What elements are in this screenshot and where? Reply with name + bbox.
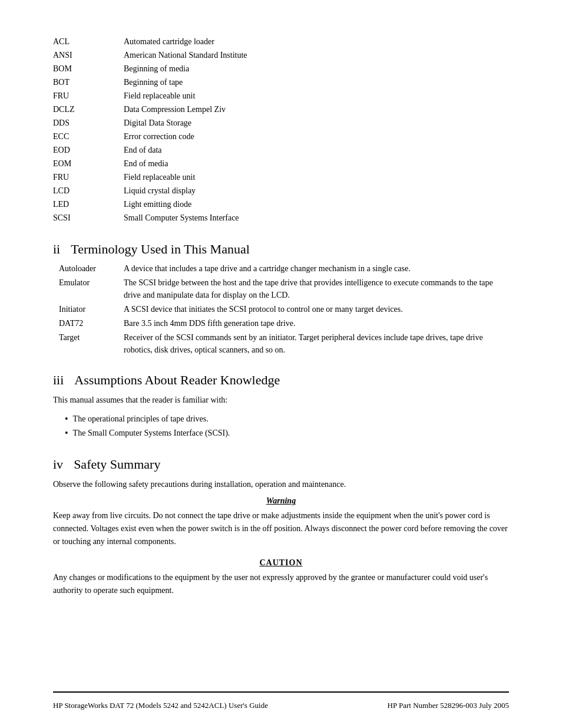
acronym-val: Error correction code: [124, 130, 194, 143]
acronym-key: LCD: [53, 185, 124, 197]
term-key: Initiator: [59, 304, 124, 315]
caution-block: CAUTION Any changes or modifications to …: [53, 558, 509, 597]
term-row: Initiator A SCSI device that initiates t…: [59, 304, 509, 315]
term-key: DAT72: [59, 318, 124, 330]
acronym-val: Small Computer Systems Interface: [124, 212, 239, 224]
section-iii-heading: iii Assumptions About Reader Knowledge: [53, 373, 509, 388]
term-val: A SCSI device that initiates the SCSI pr…: [124, 304, 403, 315]
acronym-val: Data Compression Lempel Ziv: [124, 103, 226, 116]
term-key: Target: [59, 332, 124, 356]
section-ii-num: ii: [53, 242, 60, 257]
acronym-key: DDS: [53, 117, 124, 129]
term-row: Emulator The SCSI bridge between the hos…: [59, 277, 509, 301]
warning-body: Keep away from live circuits. Do not con…: [53, 509, 509, 548]
bullet-dot: •: [65, 413, 68, 426]
section-iv-heading: iv Safety Summary: [53, 457, 509, 472]
term-val: The SCSI bridge between the host and the…: [124, 277, 501, 301]
acronym-val: Liquid crystal display: [124, 185, 196, 197]
acronym-row: FRU Field replaceable unit: [53, 90, 509, 102]
warning-block: Warning Keep away from live circuits. Do…: [53, 496, 509, 548]
acronym-key: EOM: [53, 157, 124, 170]
acronym-key: EOD: [53, 144, 124, 156]
bullet-list-iii: • The operational principles of tape dri…: [65, 413, 509, 440]
bullet-item: • The operational principles of tape dri…: [65, 413, 509, 426]
section-iv: iv Safety Summary Observe the following …: [53, 457, 509, 597]
term-row: Target Receiver of the SCSI commands sen…: [59, 332, 509, 356]
term-row: Autoloader A device that includes a tape…: [59, 263, 509, 275]
acronym-key: SCSI: [53, 212, 124, 224]
bullet-item: • The Small Computer Systems Interface (…: [65, 427, 509, 440]
term-val: A device that includes a tape drive and …: [124, 263, 411, 275]
acronym-val: Light emitting diode: [124, 198, 191, 210]
acronym-row: DCLZ Data Compression Lempel Ziv: [53, 103, 509, 116]
acronym-key: FRU: [53, 90, 124, 102]
page: ACL Automated cartridge loader ANSI Amer…: [0, 0, 562, 728]
bullet-dot: •: [65, 427, 68, 440]
acronym-key: BOT: [53, 76, 124, 88]
section-iii-title: Assumptions About Reader Knowledge: [74, 373, 280, 388]
acronym-val: End of media: [124, 157, 168, 170]
footer: HP StorageWorks DAT 72 (Models 5242 and …: [53, 701, 509, 710]
term-table-ii: Autoloader A device that includes a tape…: [59, 263, 509, 356]
section-iii: iii Assumptions About Reader Knowledge T…: [53, 373, 509, 440]
acronym-row: FRU Field replaceable unit: [53, 171, 509, 183]
term-row: DAT72 Bare 3.5 inch 4mm DDS fifth genera…: [59, 318, 509, 330]
acronym-row: EOD End of data: [53, 144, 509, 156]
footer-rule: [53, 691, 509, 693]
acronym-val: Beginning of media: [124, 62, 189, 75]
acronym-key: FRU: [53, 171, 124, 183]
term-key: Autoloader: [59, 263, 124, 275]
caution-body: Any changes or modifications to the equi…: [53, 571, 509, 597]
acronym-row: ACL Automated cartridge loader: [53, 35, 509, 48]
caution-title: CAUTION: [53, 558, 509, 568]
bullet-text: The Small Computer Systems Interface (SC…: [73, 427, 230, 440]
term-key: Emulator: [59, 277, 124, 301]
acronym-row: BOM Beginning of media: [53, 62, 509, 75]
acronym-val: Field replaceable unit: [124, 90, 195, 102]
acronym-row: LED Light emitting diode: [53, 198, 509, 210]
acronym-val: Field replaceable unit: [124, 171, 195, 183]
section-iii-body: This manual assumes that the reader is f…: [53, 394, 509, 407]
acronym-val: End of data: [124, 144, 162, 156]
acronym-row: BOT Beginning of tape: [53, 76, 509, 88]
footer-left: HP StorageWorks DAT 72 (Models 5242 and …: [53, 701, 268, 710]
footer-right: HP Part Number 528296-003 July 2005: [388, 701, 509, 710]
acronym-val: Digital Data Storage: [124, 117, 191, 129]
section-ii: ii Terminology Used in This Manual Autol…: [53, 242, 509, 356]
section-iv-title: Safety Summary: [74, 457, 160, 472]
term-val: Receiver of the SCSI commands sent by an…: [124, 332, 501, 356]
acronym-row: LCD Liquid crystal display: [53, 185, 509, 197]
acronym-key: ECC: [53, 130, 124, 143]
section-ii-title: Terminology Used in This Manual: [71, 242, 250, 257]
acronym-key: ACL: [53, 35, 124, 48]
term-val: Bare 3.5 inch 4mm DDS fifth generation t…: [124, 318, 296, 330]
acronym-row: ANSI American National Standard Institut…: [53, 49, 509, 61]
acronym-row: ECC Error correction code: [53, 130, 509, 143]
acronym-key: ANSI: [53, 49, 124, 61]
acronym-val: Beginning of tape: [124, 76, 183, 88]
acronym-key: DCLZ: [53, 103, 124, 116]
acronym-val: Automated cartridge loader: [124, 35, 214, 48]
acronym-key: BOM: [53, 62, 124, 75]
acronym-row: DDS Digital Data Storage: [53, 117, 509, 129]
acronym-val: American National Standard Institute: [124, 49, 247, 61]
warning-title: Warning: [53, 496, 509, 506]
bullet-text: The operational principles of tape drive…: [73, 413, 209, 426]
acronym-key: LED: [53, 198, 124, 210]
section-iv-num: iv: [53, 457, 63, 472]
acronym-row: EOM End of media: [53, 157, 509, 170]
acronym-table: ACL Automated cartridge loader ANSI Amer…: [53, 35, 509, 224]
section-iv-body: Observe the following safety precautions…: [53, 478, 509, 491]
section-ii-heading: ii Terminology Used in This Manual: [53, 242, 509, 257]
section-iii-num: iii: [53, 373, 64, 388]
acronym-row: SCSI Small Computer Systems Interface: [53, 212, 509, 224]
